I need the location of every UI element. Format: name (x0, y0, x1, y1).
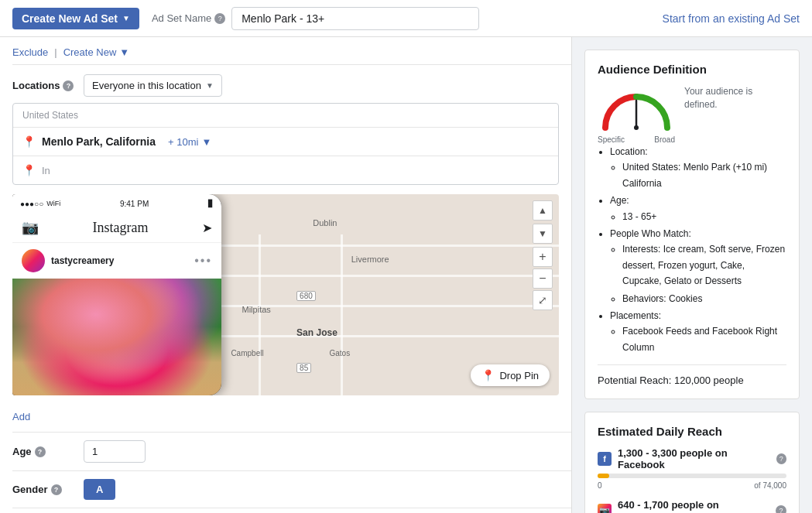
map-phone-container: Dublin Livermore 680 680 Milpitas San Jo… (12, 194, 559, 395)
age-label: Age ? (12, 446, 74, 457)
instagram-reach-info-icon[interactable]: ? (776, 505, 786, 513)
icecream-image (12, 279, 221, 395)
phone-status-bar: ●●●○○ WiFi 9:41 PM ▊ (12, 194, 221, 213)
gender-all-button[interactable]: A (84, 479, 115, 500)
instagram-header: 📷 Instagram ➤ (12, 213, 221, 243)
potential-reach: Potential Reach: 120,000 people (598, 364, 786, 386)
map-zoom-out-button[interactable]: − (533, 268, 553, 289)
placements-header: Placements: (610, 310, 661, 321)
instagram-logo: Instagram (93, 220, 149, 236)
gauge-svg (598, 85, 675, 132)
location-radius[interactable]: + 10mi ▼ (168, 136, 211, 148)
interests-detail: Interests: Ice cream, Soft serve, Frozen… (622, 241, 786, 289)
map-zoom-down-button[interactable]: ▼ (533, 224, 553, 244)
left-panel: Exclude | Create New ▼ Locations ? Every… (0, 37, 572, 513)
map-zoom-up-button[interactable]: ▲ (533, 200, 553, 221)
facebook-reach-info-icon[interactable]: ? (776, 453, 786, 464)
drop-pin-button[interactable]: 📍 Drop Pin (471, 364, 550, 386)
facebook-icon: f (598, 452, 612, 466)
location-header: Location: (610, 146, 648, 157)
exclude-create-row: Exclude | Create New ▼ (12, 37, 571, 65)
radius-arrow-icon: ▼ (201, 136, 211, 148)
dropdown-arrow-icon: ▼ (122, 14, 130, 22)
ig-photo (12, 279, 221, 395)
behaviors-detail: Behaviors: Cookies (622, 291, 786, 306)
instagram-reach-text: 640 - 1,700 people on Instagram (618, 499, 769, 513)
map-city-san-jose: San Jose (296, 327, 337, 338)
placements-detail: Facebook Feeds and Facebook Right Column (622, 323, 786, 355)
location-detail: United States: Menlo Park (+10 mi) Calif… (622, 159, 786, 191)
search-pin-icon: 📍 (22, 164, 36, 176)
wifi-icon: WiFi (46, 200, 60, 207)
facebook-reach-bar-fill (598, 474, 609, 478)
signal-dots: ●●●○○ (20, 200, 43, 208)
exclude-link[interactable]: Exclude (12, 46, 48, 58)
audience-details: Location: United States: Menlo Park (+10… (598, 144, 786, 355)
divider: | (54, 46, 57, 58)
add-location-link[interactable]: Add (12, 408, 30, 426)
map-city-dublin: Dublin (313, 218, 337, 227)
pin-icon: 📍 (22, 135, 36, 148)
gender-row: Gender ? A (12, 470, 571, 508)
location-item-menlo-park: 📍 Menlo Park, California + 10mi ▼ (13, 128, 558, 156)
age-info-icon[interactable]: ? (35, 446, 46, 457)
map-city-milpitas: Milpitas (242, 305, 271, 314)
age-header: Age: (610, 195, 629, 206)
map-city-livermore: Livermore (351, 255, 389, 264)
age-min-input[interactable] (84, 440, 146, 463)
create-new-ad-set-button[interactable]: Create New Ad Set ▼ (12, 8, 139, 29)
send-icon[interactable]: ➤ (202, 221, 212, 235)
languages-row: Languages ? (12, 508, 571, 513)
ig-more-options-icon[interactable]: ••• (194, 254, 212, 268)
location-search-row: 📍 In (13, 156, 558, 184)
everyone-dropdown[interactable]: Everyone in this location ▼ (84, 74, 222, 97)
create-new-label: Create New Ad Set (22, 12, 118, 25)
top-bar: Create New Ad Set ▼ Ad Set Name ? Start … (0, 0, 812, 37)
everyone-arrow-icon: ▼ (206, 81, 214, 90)
ig-avatar (22, 249, 45, 272)
battery-icon: ▊ (208, 200, 214, 207)
create-new-dropdown[interactable]: Create New ▼ (63, 46, 130, 58)
locations-info-icon[interactable]: ? (63, 80, 74, 91)
main-layout: Exclude | Create New ▼ Locations ? Every… (0, 37, 812, 513)
age-row: Age ? (12, 432, 571, 470)
right-panel: Audience Definition Specific (572, 37, 812, 513)
daily-reach-card: Estimated Daily Reach f 1,300 - 3,300 pe… (584, 412, 800, 513)
ad-set-name-info-icon[interactable]: ? (214, 13, 225, 24)
location-search-placeholder: In (42, 165, 50, 176)
audience-def-title: Audience Definition (598, 63, 786, 76)
start-from-existing-link[interactable]: Start from an existing Ad Set (663, 12, 800, 25)
gauge-container: Specific Broad Your audience is defined. (598, 85, 786, 132)
locations-row: Locations ? Everyone in this location ▼ (12, 65, 571, 103)
location-name: Menlo Park, California (42, 135, 156, 148)
locations-label: Locations ? (12, 80, 74, 91)
gauge-specific-label: Specific (598, 135, 625, 144)
svg-point-1 (634, 125, 639, 130)
gender-info-icon[interactable]: ? (51, 484, 62, 495)
ig-username: tastycreamery (51, 255, 114, 266)
instagram-reach: 📷 640 - 1,700 people on Instagram ? 0 of… (598, 499, 786, 513)
audience-defined-text: Your audience is defined. (684, 85, 786, 111)
audience-definition-card: Audience Definition Specific (584, 50, 800, 399)
age-detail: 13 - 65+ (622, 209, 786, 224)
phone-mockup: ●●●○○ WiFi 9:41 PM ▊ 📷 Instagram ➤ (12, 194, 221, 395)
drop-pin-icon: 📍 (481, 369, 495, 381)
facebook-bar-max: of 74,000 (754, 481, 786, 490)
gender-label: Gender ? (12, 484, 74, 495)
instagram-platform-icon: 📷 (598, 504, 612, 513)
map-zoom-in-button[interactable]: + (533, 247, 553, 267)
instagram-profile-row: tastycreamery ••• (12, 243, 221, 279)
ad-set-name-input[interactable] (231, 7, 479, 30)
location-box: United States 📍 Menlo Park, California +… (12, 103, 559, 185)
facebook-reach-bar (598, 474, 786, 478)
facebook-reach: f 1,300 - 3,300 people on Facebook ? 0 o… (598, 447, 786, 490)
people-who-match-header: People Who Match: (610, 228, 691, 239)
camera-icon[interactable]: 📷 (22, 219, 39, 236)
clock: 9:41 PM (120, 200, 149, 208)
gauge-broad-label: Broad (654, 135, 675, 144)
map-fullscreen-button[interactable]: ⤢ (533, 290, 553, 310)
ad-set-name-label: Ad Set Name ? (152, 12, 225, 24)
facebook-reach-text: 1,300 - 3,300 people on Facebook (618, 447, 770, 470)
daily-reach-title: Estimated Daily Reach (598, 425, 786, 438)
facebook-bar-min: 0 (598, 481, 602, 490)
